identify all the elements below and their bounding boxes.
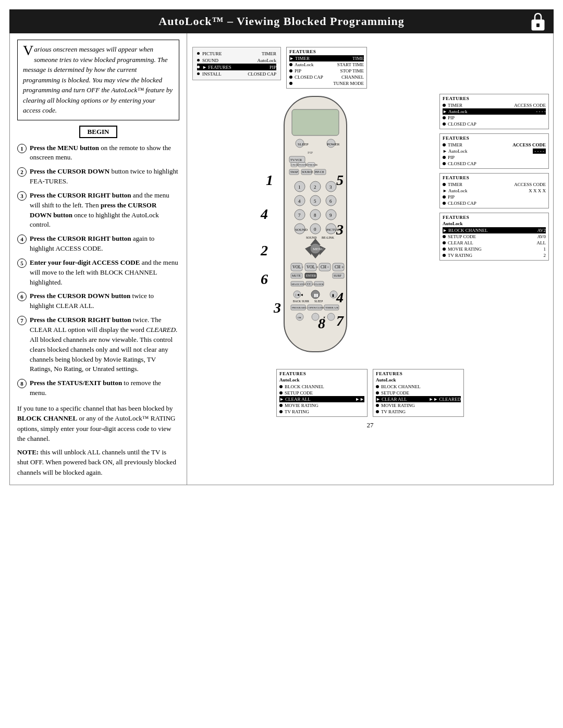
svg-text:TV/VCR: TV/VCR — [290, 158, 302, 162]
remote-screens-area: SLEEP POWER PIP TV/VCR ON/OFF POSITION F… — [187, 89, 553, 365]
step-3: 3 Press the CURSOR RIGHT button and the … — [17, 191, 179, 230]
sm3-title: FEATURES — [443, 96, 546, 101]
sm7-clear-all: ►CLEAR ALL►► — [279, 396, 364, 402]
page-number: 27 — [187, 417, 553, 434]
page-number-value: 27 — [367, 421, 374, 429]
step-num-3: 3 — [17, 191, 27, 201]
sm3-pip: PIP — [443, 115, 546, 121]
lock-icon — [530, 11, 546, 31]
step-num-4: 4 — [17, 235, 27, 244]
step-text-4: Press the CURSOR RIGHT button again to h… — [30, 234, 179, 254]
screen-menu-8: FEATURES AutoLock BLOCK CHANNEL SETUP CO… — [373, 369, 464, 417]
svg-text:1: 1 — [266, 172, 273, 188]
sm2-pip: PIPSTOP TIME — [289, 68, 364, 74]
sm3-autolock: ►AutoLock- - - - — [443, 108, 546, 115]
step-num-8: 8 — [17, 379, 27, 388]
svg-text:CH +: CH + — [335, 265, 344, 269]
svg-text:CH -: CH - — [321, 265, 329, 269]
sm8-clear-all: ►CLEAR ALL►► CLEARED — [376, 396, 461, 402]
sm7-title: FEATURES — [279, 371, 364, 376]
sm8-block-channel: BLOCK CHANNEL — [376, 384, 461, 390]
svg-text:SURF: SURF — [334, 274, 342, 277]
svg-text:BACK SURR: BACK SURR — [293, 300, 309, 303]
svg-text:4: 4 — [298, 199, 301, 204]
sm6-subtitle: AutoLock — [443, 221, 546, 226]
sm7-subtitle: AutoLock — [279, 377, 364, 382]
svg-text:2: 2 — [260, 242, 268, 258]
svg-rect-3 — [292, 109, 339, 135]
step-num-7: 7 — [17, 316, 27, 325]
screen-menu-3: FEATURES TIMERACCESS CODE ►AutoLock- - -… — [439, 94, 549, 129]
step-text-6: Press the CURSOR DOWN button twice to hi… — [30, 291, 179, 311]
sm8-title: FEATURES — [376, 371, 461, 376]
sm2-title: FEATURES — [289, 49, 364, 54]
sm2-timer: ►TIMERTIME — [289, 55, 364, 61]
tv-item-install: INSTALLCLOSED CAP — [197, 70, 276, 77]
remote-wrapper: SLEEP POWER PIP TV/VCR ON/OFF POSITION F… — [191, 89, 439, 365]
step-num-6: 6 — [17, 292, 27, 301]
svg-text:SLEEP: SLEEP — [314, 300, 323, 303]
sm3-cc: CLOSED CAP — [443, 121, 546, 127]
screen-menu-4: FEATURES TIMERACCESS CODE ►AutoLock- - -… — [439, 133, 549, 169]
svg-text:SOURCE: SOURCE — [302, 170, 313, 174]
sm4-title: FEATURES — [443, 135, 546, 141]
svg-text:4: 4 — [260, 206, 268, 222]
svg-text:MUTE: MUTE — [292, 274, 301, 277]
step-text-1: Press the MENU button on the remote to s… — [30, 143, 179, 163]
left-panel: Various onscreen messages will appear wh… — [10, 33, 187, 485]
step-1: 1 Press the MENU button on the remote to… — [17, 143, 179, 163]
sm4-pip: PIP — [443, 154, 546, 161]
sm8-setup-code: SETUP CODE — [376, 390, 461, 396]
step-2: 2 Press the CURSOR DOWN button twice to … — [17, 167, 179, 187]
svg-text:9: 9 — [329, 213, 332, 218]
sm6-title: FEATURES — [443, 215, 546, 220]
svg-text:VOL +: VOL + — [307, 265, 319, 269]
page-title: AutoLock™ – Viewing Blocked Programming — [158, 15, 404, 28]
intro-text-box: Various onscreen messages will appear wh… — [17, 40, 179, 120]
svg-text:7: 7 — [336, 313, 344, 329]
initial-cap: V — [23, 44, 33, 57]
svg-text:PIP: PIP — [308, 151, 313, 155]
svg-text:4: 4 — [336, 289, 344, 305]
svg-text:6: 6 — [329, 199, 332, 204]
screen-menu-2: FEATURES ►TIMERTIME AutoLockSTART TIME P… — [286, 47, 367, 89]
svg-text:FREEZE: FREEZE — [308, 164, 317, 166]
bottom-screens-row: FEATURES AutoLock BLOCK CHANNEL SETUP CO… — [187, 369, 553, 417]
right-screens-column: FEATURES TIMERACCESS CODE ►AutoLock- - -… — [439, 89, 549, 365]
svg-text:BE-LINK: BE-LINK — [322, 236, 335, 239]
svg-text:5: 5 — [336, 172, 344, 188]
svg-text:8: 8 — [314, 213, 316, 218]
step-text-5: Enter your four-digit ACCESS CODE and th… — [30, 258, 179, 288]
step-5: 5 Enter your four-digit ACCESS CODE and … — [17, 258, 179, 288]
sm4-cc: CLOSED CAP — [443, 161, 546, 167]
sm4-autolock: ►AutoLock- - - - — [443, 148, 546, 154]
svg-point-91 — [327, 313, 335, 320]
sm6-block-channel: ►BLOCK CHANNELAV2 — [443, 227, 546, 233]
svg-text:6: 6 — [261, 271, 268, 287]
svg-text:SWAP: SWAP — [290, 170, 298, 174]
sm2-autolock: AutoLockSTART TIME — [289, 61, 364, 68]
tv-item-picture: PICTURETIMER — [197, 50, 276, 57]
svg-text:VOL -: VOL - — [292, 265, 303, 269]
tv-item-sound: SOUNDAutoLock — [197, 57, 276, 64]
main-content: Various onscreen messages will appear wh… — [9, 33, 554, 485]
sm7-movie-rating: MOVIE RATING — [279, 402, 364, 409]
svg-text:3: 3 — [273, 300, 281, 316]
svg-text:1: 1 — [298, 184, 301, 190]
tv-item-features: ► FEATURESPIP — [197, 64, 276, 70]
sm6-setup-code: SETUP CODEAV0 — [443, 233, 546, 240]
step-6: 6 Press the CURSOR DOWN button twice to … — [17, 291, 179, 311]
sm5-timer: TIMERACCESS CODE — [443, 181, 546, 188]
svg-text:OK: OK — [298, 316, 302, 319]
sm6-movie-rating: MOVIE RATING1 — [443, 246, 546, 252]
screen-menu-6: FEATURES AutoLock ►BLOCK CHANNELAV2 SETU… — [439, 213, 549, 261]
sm3-timer: TIMERACCESS CODE — [443, 102, 546, 108]
right-panel: PICTURETIMER SOUNDAutoLock ► FEATURESPIP… — [187, 33, 553, 485]
svg-text:CLOCK: CLOCK — [315, 283, 324, 286]
svg-text:CC: CC — [307, 282, 311, 286]
svg-text:MENU: MENU — [313, 247, 324, 251]
step-text-3: Press the CURSOR RIGHT button and the me… — [30, 191, 179, 230]
svg-text:3: 3 — [336, 221, 344, 238]
svg-text:PIP-CH: PIP-CH — [315, 170, 324, 174]
sm7-tv-rating: TV RATING — [279, 409, 364, 415]
